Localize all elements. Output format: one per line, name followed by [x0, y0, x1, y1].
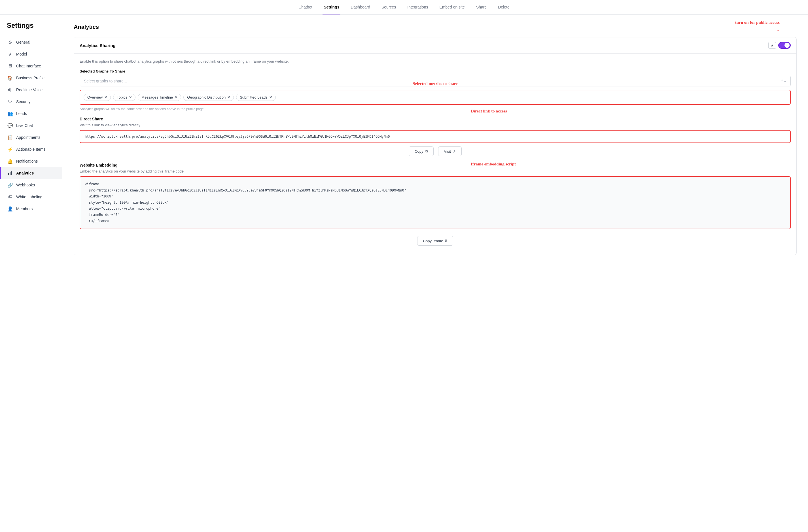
- tag-overview-label: Overview: [87, 95, 103, 99]
- calendar-icon: 📋: [8, 135, 13, 140]
- chat-icon: 💬: [8, 123, 13, 128]
- tab-settings[interactable]: Settings: [323, 0, 341, 15]
- svg-rect-0: [8, 89, 9, 91]
- tag-geo-dist-remove[interactable]: ✕: [227, 95, 230, 99]
- tab-share[interactable]: Share: [475, 0, 488, 15]
- website-embedding-title: Website Embedding: [80, 163, 791, 167]
- toggle-knob: ✓: [785, 43, 790, 48]
- sidebar-item-realtime-voice[interactable]: Realtime Voice: [0, 84, 62, 96]
- sidebar-label-white-labeling: White Labeling: [16, 195, 42, 199]
- sidebar-item-model[interactable]: ★ Model: [0, 48, 62, 60]
- select-arrows-icon: ⌃⌄: [781, 79, 787, 83]
- sidebar-label-security: Security: [16, 99, 31, 104]
- collapse-button[interactable]: ∧: [768, 42, 776, 49]
- svg-rect-7: [11, 171, 12, 175]
- sidebar-item-general[interactable]: ⚙ General: [0, 36, 62, 48]
- tag-submitted-leads: Submitted Leads ✕: [236, 94, 276, 101]
- star-icon: ★: [8, 52, 13, 57]
- users-icon: 👥: [8, 111, 13, 116]
- analytics-sharing-title: Analytics Sharing: [80, 43, 116, 48]
- sidebar-item-notifications[interactable]: 🔔 Notifications: [0, 155, 62, 167]
- tab-dashboard[interactable]: Dashboard: [349, 0, 371, 15]
- sidebar-label-notifications: Notifications: [16, 159, 38, 164]
- visit-label: Visit: [444, 149, 451, 154]
- analytics-sharing-description: Enable this option to share chatbot anal…: [80, 59, 791, 63]
- tag-icon: 🏷: [8, 194, 13, 200]
- tag-submitted-leads-remove[interactable]: ✕: [269, 95, 272, 99]
- copy-iframe-button[interactable]: Copy Iframe ⧉: [417, 236, 454, 246]
- annotation-iframe: Iframe embedding script: [471, 162, 516, 167]
- sidebar-item-analytics[interactable]: Analytics: [0, 167, 62, 179]
- tag-geographic-distribution: Geographic Distribution ✕: [183, 94, 234, 101]
- sidebar-label-leads: Leads: [16, 111, 27, 116]
- sidebar-label-analytics: Analytics: [16, 171, 34, 175]
- svg-rect-5: [8, 173, 9, 175]
- sidebar-label-realtime-voice: Realtime Voice: [16, 88, 42, 92]
- top-nav: Chatbot Settings Dashboard Sources Integ…: [0, 0, 808, 15]
- analytics-panel-body: Enable this option to share chatbot anal…: [74, 54, 796, 255]
- tab-sources[interactable]: Sources: [380, 0, 397, 15]
- sidebar-label-members: Members: [16, 207, 33, 211]
- iframe-code-box: <iframe src="https://script.khealth.pro/…: [80, 176, 791, 229]
- selected-graphs-label: Selected Graphs To Share: [80, 69, 791, 73]
- sidebar-label-actionable-items: Actionable Items: [16, 147, 45, 152]
- webhook-icon: 🔗: [8, 183, 13, 188]
- copy-link-button[interactable]: Copy ⧉: [409, 147, 433, 156]
- svg-rect-6: [10, 172, 11, 175]
- tag-overview-remove[interactable]: ✕: [104, 95, 107, 99]
- sidebar-item-leads[interactable]: 👥 Leads: [0, 108, 62, 119]
- voice-icon: [8, 87, 13, 92]
- sidebar-item-white-labeling[interactable]: 🏷 White Labeling: [0, 191, 62, 203]
- sidebar: Settings ⚙ General ★ Model 🖥 Chat Interf…: [0, 15, 62, 532]
- sidebar-label-chat-interface: Chat Interface: [16, 64, 41, 68]
- direct-share-title: Direct Share: [80, 117, 791, 121]
- tab-integrations[interactable]: Integrations: [406, 0, 429, 15]
- link-actions: Copy ⧉ Visit ↗: [80, 147, 791, 156]
- bell-icon: 🔔: [8, 159, 13, 164]
- tags-hint: Analytics graphs will follow the same or…: [80, 107, 791, 111]
- tab-embed-on-site[interactable]: Embed on site: [438, 0, 466, 15]
- tag-topics-label: Topics: [117, 95, 127, 99]
- shield-icon: 🛡: [8, 99, 13, 104]
- embedding-container: Iframe embedding script Website Embeddin…: [80, 163, 791, 249]
- page-title: Settings: [0, 21, 62, 36]
- home-icon: 🏠: [8, 75, 13, 80]
- copy-iframe-icon: ⧉: [445, 239, 447, 243]
- sidebar-label-appointments: Appointments: [16, 135, 40, 140]
- annotation-public-access: turn on for public access ↓: [735, 20, 780, 33]
- tag-messages-timeline-remove[interactable]: ✕: [175, 95, 178, 99]
- analytics-card: Analytics Sharing ∧ ✓ Enable this option…: [74, 37, 797, 255]
- tab-chatbot[interactable]: Chatbot: [297, 0, 313, 15]
- sidebar-item-live-chat[interactable]: 💬 Live Chat: [0, 119, 62, 131]
- sidebar-item-appointments[interactable]: 📋 Appointments: [0, 131, 62, 143]
- tag-messages-timeline: Messages Timeline ✕: [138, 94, 181, 101]
- sidebar-item-chat-interface[interactable]: 🖥 Chat Interface: [0, 60, 62, 72]
- tag-messages-timeline-label: Messages Timeline: [142, 95, 173, 99]
- svg-rect-2: [10, 88, 11, 92]
- sidebar-label-webhooks: Webhooks: [16, 183, 35, 187]
- tab-delete[interactable]: Delete: [497, 0, 510, 15]
- analytics-sharing-header: Analytics Sharing ∧ ✓: [74, 37, 796, 54]
- lightning-icon: ⚡: [8, 147, 13, 152]
- sidebar-item-webhooks[interactable]: 🔗 Webhooks: [0, 179, 62, 191]
- sidebar-item-members[interactable]: 👤 Members: [0, 203, 62, 215]
- copy-iframe-area: Copy Iframe ⧉: [80, 232, 791, 249]
- tag-submitted-leads-label: Submitted Leads: [240, 95, 268, 99]
- selected-tags-container: Overview ✕ Topics ✕ Messages Timeline ✕: [80, 90, 791, 105]
- svg-rect-3: [11, 88, 11, 91]
- tag-topics-remove[interactable]: ✕: [129, 95, 132, 99]
- sidebar-label-business-profile: Business Profile: [16, 76, 44, 80]
- monitor-icon: 🖥: [8, 63, 13, 69]
- svg-rect-1: [9, 88, 10, 91]
- sidebar-item-business-profile[interactable]: 🏠 Business Profile: [0, 72, 62, 84]
- sidebar-item-actionable-items[interactable]: ⚡ Actionable Items: [0, 143, 62, 155]
- analytics-sharing-toggle[interactable]: ✓: [778, 42, 791, 49]
- visit-link-button[interactable]: Visit ↗: [438, 147, 462, 156]
- direct-share-container: Direct link to access Direct Share Visit…: [80, 117, 791, 156]
- tag-geo-dist-label: Geographic Distribution: [187, 95, 225, 99]
- annotation-direct-link: Direct link to access: [471, 109, 507, 114]
- sidebar-item-security[interactable]: 🛡 Security: [0, 96, 62, 108]
- external-link-icon: ↗: [453, 149, 456, 154]
- annotation-metrics: Selected metrics to share: [412, 81, 457, 86]
- sidebar-label-model: Model: [16, 52, 27, 56]
